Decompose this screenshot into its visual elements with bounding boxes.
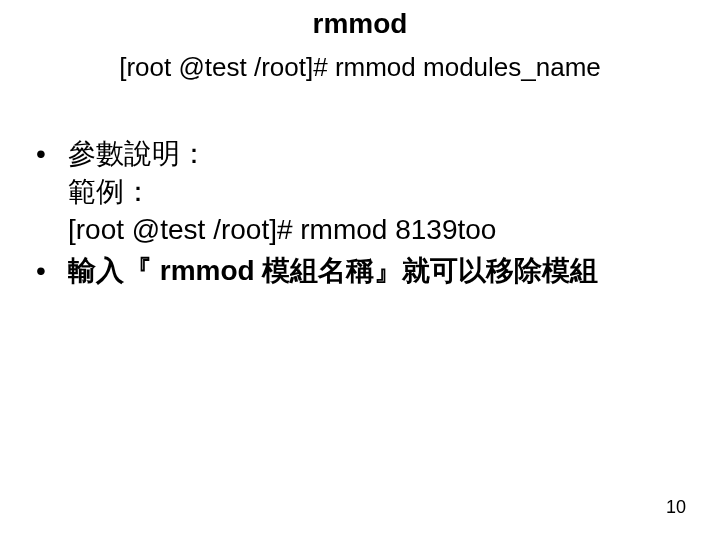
bullet-line: [root @test /root]# rmmod 8139too [68, 214, 496, 245]
bullet-item: • 參數說明： 範例： [root @test /root]# rmmod 81… [30, 135, 690, 248]
slide-title: rmmod [0, 8, 720, 40]
slide: rmmod [root @test /root]# rmmod modules_… [0, 0, 720, 540]
bullet-content: 輸入『 rmmod 模組名稱』就可以移除模組 [68, 252, 690, 290]
page-number: 10 [666, 497, 686, 518]
bullet-content: 參數說明： 範例： [root @test /root]# rmmod 8139… [68, 135, 690, 248]
bullet-dot-icon: • [30, 252, 68, 290]
bullet-item: • 輸入『 rmmod 模組名稱』就可以移除模組 [30, 252, 690, 290]
slide-body: • 參數說明： 範例： [root @test /root]# rmmod 81… [30, 135, 690, 294]
bullet-line: 範例： [68, 176, 152, 207]
bullet-line: 輸入『 rmmod 模組名稱』就可以移除模組 [68, 255, 598, 286]
bullet-dot-icon: • [30, 135, 68, 248]
slide-subtitle: [root @test /root]# rmmod modules_name [0, 52, 720, 83]
bullet-line: 參數說明： [68, 138, 208, 169]
